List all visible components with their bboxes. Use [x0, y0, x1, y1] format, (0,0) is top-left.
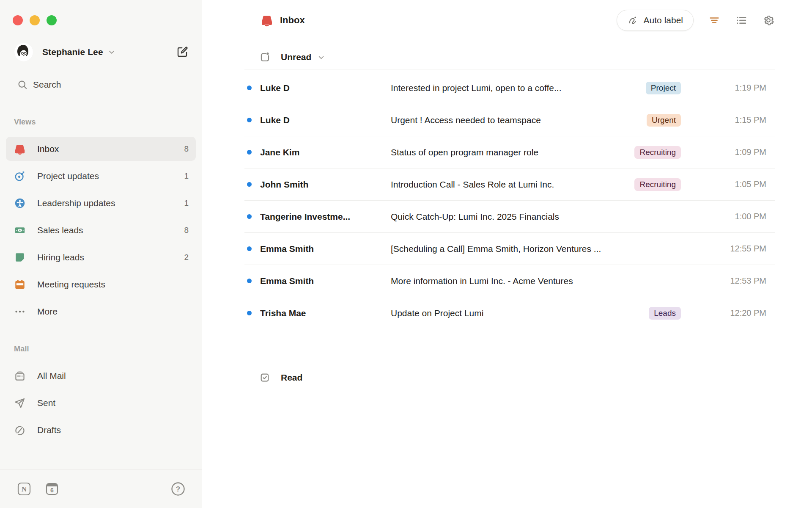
- email-row[interactable]: Jane Kim Status of open program manager …: [202, 136, 812, 168]
- read-group-header[interactable]: Read: [259, 372, 812, 384]
- sidebar-item-inbox[interactable]: Inbox 8: [6, 137, 196, 161]
- inbox-icon: [261, 14, 273, 27]
- user-name: Stephanie Lee: [42, 47, 103, 57]
- sidebar: Stephanie Lee Search Views: [0, 0, 202, 508]
- unread-dot-icon: [247, 150, 252, 155]
- email-subject: Interested in project Lumi, open to a co…: [391, 83, 639, 93]
- email-row[interactable]: Emma Smith [Scheduling a Call] Emma Smit…: [202, 233, 812, 265]
- label-badge: Project: [646, 82, 681, 94]
- email-time: 1:15 PM: [681, 115, 766, 125]
- sidebar-item-count: 1: [184, 199, 189, 208]
- sidebar-item-sales-leads[interactable]: Sales leads 8: [6, 218, 196, 242]
- email-sender: Emma Smith: [260, 244, 391, 254]
- sidebar-item-hiring-leads[interactable]: Hiring leads 2: [6, 245, 196, 269]
- email-row[interactable]: Emma Smith More information in Lumi Inc.…: [202, 265, 812, 297]
- email-row[interactable]: John Smith Introduction Call - Sales Rol…: [202, 168, 812, 200]
- unread-dot-icon: [247, 118, 252, 122]
- ellipsis-icon: [14, 306, 26, 318]
- sidebar-item-label: More: [37, 306, 58, 317]
- inbox-icon: [14, 143, 26, 155]
- draft-pencil-icon: [14, 424, 26, 436]
- email-sender: John Smith: [260, 179, 391, 190]
- avatar: [14, 43, 33, 61]
- close-window-button[interactable]: [13, 15, 23, 25]
- email-time: 12:55 PM: [681, 244, 766, 254]
- calendar-app-icon[interactable]: 6: [45, 482, 59, 496]
- email-time: 1:05 PM: [681, 179, 766, 189]
- zoom-window-button[interactable]: [47, 15, 57, 25]
- read-group-label: Read: [281, 373, 302, 383]
- email-subject: More information in Lumi Inc. - Acme Ven…: [391, 276, 674, 286]
- notion-logo-icon[interactable]: N: [17, 482, 31, 496]
- sidebar-item-leadership-updates[interactable]: Leadership updates 1: [6, 191, 196, 215]
- divider: [244, 391, 775, 391]
- mail-section-label: Mail: [14, 345, 202, 353]
- email-row[interactable]: Trisha Mae Update on Project Lumi Leads …: [202, 297, 812, 329]
- auto-label-button[interactable]: Auto label: [617, 10, 694, 31]
- sidebar-item-label: Inbox: [37, 144, 59, 154]
- search-icon: [17, 79, 28, 90]
- email-row[interactable]: Luke D Urgent ! Access needed to teamspa…: [202, 104, 812, 136]
- sidebar-item-meeting-requests[interactable]: Meeting requests: [6, 272, 196, 296]
- money-icon: [14, 224, 26, 236]
- sidebar-item-count: 8: [184, 226, 189, 235]
- unread-dot-icon: [247, 214, 252, 219]
- sidebar-item-sent[interactable]: Sent: [6, 391, 196, 415]
- mail-list: All Mail Sent: [0, 364, 202, 442]
- svg-text:?: ?: [176, 485, 180, 493]
- email-time: 1:09 PM: [681, 147, 766, 157]
- views-section-label: Views: [14, 118, 202, 127]
- unread-dot-icon: [247, 246, 252, 251]
- sidebar-item-project-updates[interactable]: Project updates 1: [6, 164, 196, 188]
- sidebar-item-label: Drafts: [37, 425, 61, 435]
- minimize-window-button[interactable]: [30, 15, 40, 25]
- email-sender: Emma Smith: [260, 276, 391, 286]
- unread-group-header[interactable]: Unread: [259, 51, 812, 63]
- settings-gear-icon[interactable]: [762, 14, 775, 27]
- sidebar-item-all-mail[interactable]: All Mail: [6, 364, 196, 388]
- search-button[interactable]: Search: [6, 76, 196, 94]
- label-badge: Recruiting: [634, 178, 681, 191]
- divider: [244, 69, 775, 69]
- email-time: 12:53 PM: [681, 276, 766, 286]
- svg-text:N: N: [22, 485, 27, 493]
- compose-button[interactable]: [176, 46, 189, 58]
- person-circle-icon: [14, 197, 26, 209]
- email-time: 12:20 PM: [681, 308, 766, 318]
- views-list: Inbox 8 Project updates 1: [0, 137, 202, 323]
- page-title: Inbox: [280, 15, 305, 26]
- email-sender: Trisha Mae: [260, 308, 391, 318]
- sidebar-item-count: 2: [184, 253, 189, 262]
- sidebar-item-more[interactable]: More: [6, 299, 196, 323]
- sidebar-item-drafts[interactable]: Drafts: [6, 418, 196, 442]
- chevron-down-icon: [107, 48, 116, 56]
- email-subject: Urgent ! Access needed to teamspace: [391, 115, 640, 125]
- sidebar-item-count: 8: [184, 144, 189, 154]
- unread-group-label: Unread: [281, 52, 311, 62]
- app-window: Stephanie Lee Search Views: [0, 0, 812, 508]
- email-row[interactable]: Luke D Interested in project Lumi, open …: [202, 72, 812, 104]
- label-badge: Recruiting: [634, 146, 681, 159]
- filter-button[interactable]: [708, 14, 721, 27]
- list-view-button[interactable]: [735, 14, 748, 27]
- help-icon[interactable]: ?: [170, 481, 186, 497]
- unread-dot-icon: [247, 182, 252, 187]
- sidebar-item-label: Leadership updates: [37, 198, 115, 208]
- email-subject: Quick Catch-Up: Lumi Inc. 2025 Financial…: [391, 212, 674, 222]
- main-content: Inbox Auto label: [202, 0, 812, 508]
- sidebar-item-label: Sales leads: [37, 225, 83, 235]
- unread-dot-icon: [247, 86, 252, 90]
- mail-stack-icon: [14, 370, 26, 382]
- auto-label-icon: [627, 15, 639, 26]
- read-checkbox-icon: [259, 372, 271, 384]
- window-controls: [0, 0, 202, 25]
- email-subject: Status of open program manager role: [391, 147, 628, 157]
- email-time: 1:19 PM: [681, 83, 766, 93]
- sidebar-footer: N 6 ?: [0, 469, 202, 508]
- auto-label-text: Auto label: [644, 15, 683, 25]
- paper-plane-icon: [14, 397, 26, 409]
- account-switcher[interactable]: Stephanie Lee: [14, 43, 189, 61]
- email-time: 1:00 PM: [681, 212, 766, 221]
- sidebar-item-label: All Mail: [37, 371, 66, 381]
- email-row[interactable]: Tangerine Investme... Quick Catch-Up: Lu…: [202, 201, 812, 232]
